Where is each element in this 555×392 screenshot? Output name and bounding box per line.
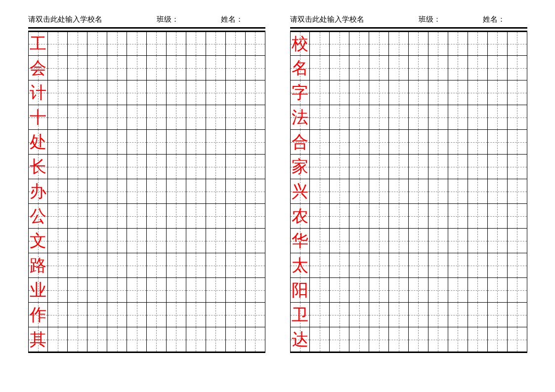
grid-cell[interactable] bbox=[349, 179, 369, 203]
grid-cell[interactable] bbox=[127, 303, 147, 327]
grid-cell[interactable] bbox=[409, 80, 428, 105]
grid-cell[interactable] bbox=[428, 327, 448, 352]
grid-cell[interactable] bbox=[226, 130, 246, 154]
grid-cell[interactable] bbox=[226, 155, 246, 179]
grid-cell[interactable] bbox=[186, 327, 206, 352]
grid-cell[interactable]: 农 bbox=[291, 204, 310, 228]
grid-cell[interactable] bbox=[488, 204, 508, 228]
grid-cell[interactable] bbox=[448, 229, 468, 253]
grid-cell[interactable] bbox=[48, 278, 68, 302]
grid-cell[interactable] bbox=[310, 327, 330, 352]
grid-cell[interactable] bbox=[508, 253, 527, 277]
grid-cell[interactable] bbox=[186, 155, 206, 179]
grid-cell[interactable]: 十 bbox=[29, 105, 48, 129]
grid-cell[interactable] bbox=[310, 56, 330, 80]
grid-cell[interactable] bbox=[310, 229, 330, 253]
grid-cell[interactable] bbox=[389, 56, 409, 80]
grid-cell[interactable] bbox=[448, 204, 468, 228]
grid-cell[interactable] bbox=[488, 130, 508, 154]
grid-cell[interactable] bbox=[330, 56, 349, 80]
grid-cell[interactable] bbox=[468, 253, 488, 277]
grid-cell[interactable] bbox=[428, 32, 448, 55]
grid-cell[interactable] bbox=[349, 32, 369, 55]
grid-cell[interactable] bbox=[48, 155, 68, 179]
grid-cell[interactable] bbox=[167, 278, 186, 302]
grid-cell[interactable] bbox=[468, 56, 488, 80]
grid-cell[interactable]: 校 bbox=[291, 32, 310, 55]
grid-cell[interactable] bbox=[428, 229, 448, 253]
grid-cell[interactable] bbox=[226, 204, 246, 228]
grid-cell[interactable] bbox=[389, 80, 409, 105]
grid-cell[interactable] bbox=[349, 155, 369, 179]
grid-cell[interactable] bbox=[147, 327, 167, 352]
grid-cell[interactable] bbox=[87, 204, 107, 228]
grid-cell[interactable] bbox=[127, 327, 147, 352]
grid-cell[interactable] bbox=[349, 130, 369, 154]
grid-cell[interactable] bbox=[68, 229, 87, 253]
grid-cell[interactable] bbox=[448, 155, 468, 179]
grid-cell[interactable] bbox=[246, 32, 265, 55]
grid-cell[interactable] bbox=[389, 155, 409, 179]
grid-cell[interactable] bbox=[330, 130, 349, 154]
grid-cell[interactable] bbox=[330, 80, 349, 105]
grid-cell[interactable] bbox=[87, 278, 107, 302]
grid-cell[interactable]: 业 bbox=[29, 278, 48, 302]
grid-cell[interactable] bbox=[508, 32, 527, 55]
grid-cell[interactable] bbox=[369, 229, 389, 253]
grid-cell[interactable] bbox=[330, 32, 349, 55]
grid-cell[interactable] bbox=[107, 327, 127, 352]
grid-cell[interactable] bbox=[349, 80, 369, 105]
grid-cell[interactable] bbox=[310, 303, 330, 327]
grid-cell[interactable] bbox=[246, 278, 265, 302]
grid-cell[interactable] bbox=[508, 278, 527, 302]
grid-cell[interactable] bbox=[389, 130, 409, 154]
grid-cell[interactable] bbox=[48, 327, 68, 352]
grid-cell[interactable] bbox=[508, 105, 527, 129]
grid-cell[interactable] bbox=[330, 155, 349, 179]
grid-cell[interactable] bbox=[186, 253, 206, 277]
grid-cell[interactable] bbox=[369, 204, 389, 228]
grid-cell[interactable] bbox=[508, 229, 527, 253]
grid-cell[interactable] bbox=[448, 105, 468, 129]
grid-cell[interactable] bbox=[68, 204, 87, 228]
grid-cell[interactable] bbox=[389, 229, 409, 253]
grid-cell[interactable] bbox=[246, 80, 265, 105]
grid-cell[interactable] bbox=[186, 204, 206, 228]
grid-cell[interactable] bbox=[127, 204, 147, 228]
grid-cell[interactable] bbox=[428, 253, 448, 277]
grid-cell[interactable] bbox=[409, 303, 428, 327]
grid-cell[interactable] bbox=[68, 32, 87, 55]
grid-cell[interactable] bbox=[310, 204, 330, 228]
grid-cell[interactable] bbox=[468, 303, 488, 327]
grid-cell[interactable] bbox=[369, 32, 389, 55]
grid-cell[interactable] bbox=[448, 80, 468, 105]
grid-cell[interactable] bbox=[107, 303, 127, 327]
grid-cell[interactable] bbox=[246, 56, 265, 80]
grid-cell[interactable]: 兴 bbox=[291, 179, 310, 203]
grid-cell[interactable] bbox=[468, 32, 488, 55]
grid-cell[interactable] bbox=[448, 327, 468, 352]
grid-cell[interactable] bbox=[508, 155, 527, 179]
grid-cell[interactable] bbox=[87, 303, 107, 327]
grid-cell[interactable] bbox=[226, 179, 246, 203]
grid-cell[interactable] bbox=[226, 229, 246, 253]
grid-cell[interactable] bbox=[87, 155, 107, 179]
grid-cell[interactable] bbox=[246, 327, 265, 352]
grid-cell[interactable] bbox=[369, 56, 389, 80]
grid-cell[interactable] bbox=[68, 130, 87, 154]
grid-cell[interactable] bbox=[448, 179, 468, 203]
grid-cell[interactable] bbox=[48, 105, 68, 129]
grid-cell[interactable] bbox=[107, 179, 127, 203]
grid-cell[interactable] bbox=[186, 303, 206, 327]
grid-cell[interactable] bbox=[246, 179, 265, 203]
grid-cell[interactable] bbox=[468, 130, 488, 154]
grid-cell[interactable] bbox=[127, 278, 147, 302]
grid-cell[interactable] bbox=[330, 229, 349, 253]
grid-cell[interactable] bbox=[409, 130, 428, 154]
grid-cell[interactable] bbox=[369, 130, 389, 154]
grid-cell[interactable] bbox=[87, 327, 107, 352]
grid-cell[interactable] bbox=[127, 179, 147, 203]
grid-cell[interactable] bbox=[48, 229, 68, 253]
grid-cell[interactable] bbox=[107, 278, 127, 302]
grid-cell[interactable] bbox=[87, 105, 107, 129]
